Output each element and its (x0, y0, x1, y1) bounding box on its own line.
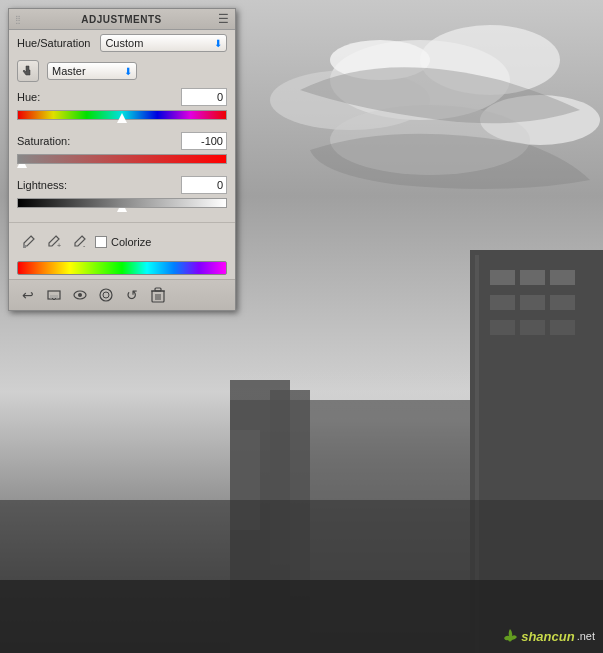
view-state-icon (98, 287, 114, 303)
clip-below-icon (46, 287, 62, 303)
adjustment-type-row: Hue/Saturation Custom ⬇ (9, 30, 235, 56)
svg-rect-13 (490, 295, 515, 310)
svg-point-32 (100, 289, 112, 301)
lightness-value-box[interactable]: 0 (181, 176, 227, 194)
eyedropper-plus-button[interactable]: + (43, 231, 65, 253)
channel-dropdown-arrow-icon: ⬇ (124, 66, 132, 77)
svg-rect-15 (550, 295, 575, 310)
saturation-value: -100 (201, 135, 223, 147)
lightness-slider-bar[interactable] (17, 198, 227, 208)
watermark-text: shancun (521, 629, 574, 644)
hue-slider-bar[interactable] (17, 110, 227, 120)
svg-rect-16 (490, 320, 515, 335)
eyedropper-minus-icon: - (73, 235, 87, 249)
trash-icon (151, 287, 165, 303)
svg-text:+: + (57, 242, 61, 249)
eye-icon (72, 287, 88, 303)
hue-label: Hue: (17, 91, 40, 103)
panel-title: ADJUSTMENTS (81, 14, 162, 25)
hue-value: 0 (217, 91, 223, 103)
panel-menu-icon[interactable]: ☰ (218, 12, 229, 26)
preset-dropdown[interactable]: Custom ⬇ (100, 34, 227, 52)
panel-header: ⣿ ADJUSTMENTS ☰ (9, 9, 235, 30)
clip-below-button[interactable] (43, 284, 65, 306)
watermark-suffix: .net (577, 630, 595, 642)
eyedropper-icon (21, 235, 35, 249)
svg-rect-17 (520, 320, 545, 335)
colorize-checkbox[interactable] (95, 236, 107, 248)
reset-icon: ↩ (22, 287, 34, 303)
saturation-slider-track[interactable] (17, 152, 227, 166)
svg-point-31 (78, 293, 82, 297)
svg-rect-25 (23, 245, 26, 248)
finger-cursor-button[interactable] (17, 60, 39, 82)
hue-slider-track[interactable] (17, 108, 227, 122)
channel-dropdown-value: Master (52, 65, 120, 77)
colorize-row: Colorize (95, 236, 151, 248)
svg-rect-12 (550, 270, 575, 285)
preset-dropdown-arrow-icon: ⬇ (214, 38, 222, 49)
lightness-value: 0 (217, 179, 223, 191)
eyedropper-plus-icon: + (47, 235, 61, 249)
adjustments-panel: ⣿ ADJUSTMENTS ☰ Hue/Saturation Custom ⬇ … (8, 8, 236, 311)
drag-handle-icon: ⣿ (15, 15, 21, 24)
svg-point-33 (103, 292, 109, 298)
delete-button[interactable] (147, 284, 169, 306)
divider-1 (9, 222, 235, 223)
hue-value-box[interactable]: 0 (181, 88, 227, 106)
hue-slider-thumb[interactable] (117, 113, 127, 123)
saturation-label-row: Saturation: -100 (17, 132, 227, 150)
color-range-bar[interactable] (17, 261, 227, 275)
lightness-section: Lightness: 0 (9, 174, 235, 218)
svg-text:-: - (83, 242, 86, 249)
lightness-slider-track[interactable] (17, 196, 227, 210)
refresh-button[interactable]: ↺ (121, 284, 143, 306)
hue-section: Hue: 0 (9, 86, 235, 130)
channel-dropdown[interactable]: Master ⬇ (47, 62, 137, 80)
saturation-section: Saturation: -100 (9, 130, 235, 174)
svg-rect-29 (50, 295, 58, 299)
svg-rect-36 (155, 288, 161, 291)
reset-button[interactable]: ↩ (17, 284, 39, 306)
lightness-label: Lightness: (17, 179, 67, 191)
bottom-toolbar: ↩ ↺ (9, 279, 235, 310)
saturation-slider-bar[interactable] (17, 154, 227, 164)
saturation-label: Saturation: (17, 135, 70, 147)
colorize-label: Colorize (111, 236, 151, 248)
hue-label-row: Hue: 0 (17, 88, 227, 106)
svg-rect-10 (490, 270, 515, 285)
finger-cursor-icon (21, 64, 35, 78)
svg-rect-18 (550, 320, 575, 335)
lightness-label-row: Lightness: 0 (17, 176, 227, 194)
refresh-icon: ↺ (126, 287, 138, 303)
svg-rect-14 (520, 295, 545, 310)
adjustment-type-label: Hue/Saturation (17, 37, 90, 49)
svg-rect-11 (520, 270, 545, 285)
saturation-value-box[interactable]: -100 (181, 132, 227, 150)
mask-button[interactable] (95, 284, 117, 306)
watermark-logo-icon (501, 627, 519, 645)
watermark: shancun .net (501, 627, 595, 645)
preset-dropdown-value: Custom (105, 37, 210, 49)
eyedropper-button[interactable] (17, 231, 39, 253)
eyedropper-minus-button[interactable]: - (69, 231, 91, 253)
tools-row: + - Colorize (9, 227, 235, 257)
visibility-button[interactable] (69, 284, 91, 306)
channel-row: Master ⬇ (9, 56, 235, 86)
